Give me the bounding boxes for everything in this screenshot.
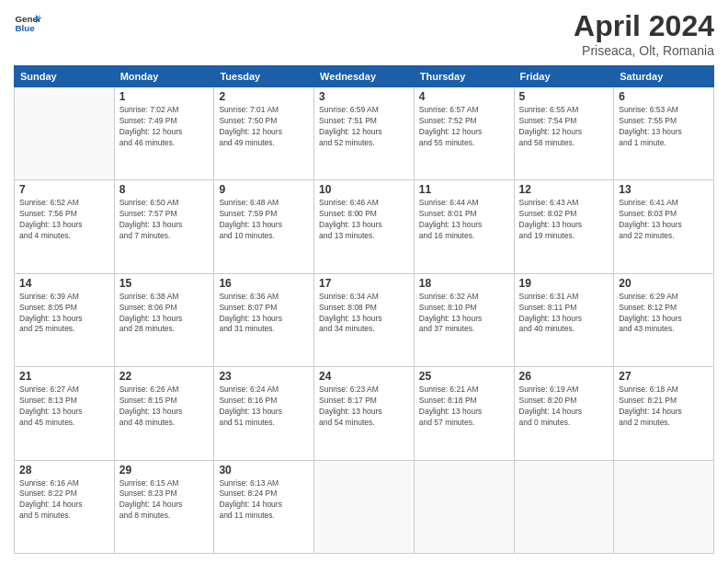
logo-icon: General Blue (14, 9, 41, 37)
day-info: Sunrise: 6:41 AM Sunset: 8:03 PM Dayligh… (619, 198, 709, 242)
logo: General Blue (14, 9, 41, 37)
table-row: 1Sunrise: 7:02 AM Sunset: 7:49 PM Daylig… (114, 87, 214, 180)
table-row: 2Sunrise: 7:01 AM Sunset: 7:50 PM Daylig… (214, 87, 314, 180)
table-row: 6Sunrise: 6:53 AM Sunset: 7:55 PM Daylig… (614, 87, 714, 180)
table-row: 26Sunrise: 6:19 AM Sunset: 8:20 PM Dayli… (514, 367, 614, 460)
day-number: 9 (219, 183, 309, 196)
table-row: 17Sunrise: 6:34 AM Sunset: 8:08 PM Dayli… (314, 273, 415, 366)
table-row: 10Sunrise: 6:46 AM Sunset: 8:00 PM Dayli… (314, 180, 415, 273)
day-info: Sunrise: 6:36 AM Sunset: 8:07 PM Dayligh… (219, 292, 309, 336)
day-info: Sunrise: 6:32 AM Sunset: 8:10 PM Dayligh… (419, 292, 509, 336)
day-info: Sunrise: 6:16 AM Sunset: 8:22 PM Dayligh… (19, 478, 109, 523)
day-number: 26 (519, 370, 609, 383)
table-row: 12Sunrise: 6:43 AM Sunset: 8:02 PM Dayli… (514, 180, 614, 273)
table-row (314, 460, 415, 553)
day-info: Sunrise: 6:18 AM Sunset: 8:21 PM Dayligh… (619, 385, 709, 429)
day-info: Sunrise: 6:57 AM Sunset: 7:52 PM Dayligh… (419, 105, 509, 149)
day-number: 3 (319, 90, 409, 103)
day-info: Sunrise: 7:02 AM Sunset: 7:49 PM Dayligh… (119, 105, 210, 149)
day-number: 12 (519, 183, 609, 196)
day-info: Sunrise: 6:39 AM Sunset: 8:05 PM Dayligh… (19, 292, 109, 336)
day-number: 30 (219, 464, 309, 477)
day-info: Sunrise: 7:01 AM Sunset: 7:50 PM Dayligh… (219, 105, 309, 149)
col-thursday: Thursday (414, 66, 514, 87)
table-row: 30Sunrise: 6:13 AM Sunset: 8:24 PM Dayli… (214, 460, 314, 553)
day-number: 11 (419, 183, 509, 196)
table-row: 7Sunrise: 6:52 AM Sunset: 7:56 PM Daylig… (15, 180, 115, 273)
table-row (15, 87, 115, 180)
calendar-week-3: 14Sunrise: 6:39 AM Sunset: 8:05 PM Dayli… (15, 273, 714, 366)
header-row: Sunday Monday Tuesday Wednesday Thursday… (15, 66, 714, 87)
table-row (614, 460, 714, 553)
month-year-title: April 2024 (574, 9, 714, 43)
day-number: 19 (519, 277, 609, 290)
day-number: 6 (619, 90, 709, 103)
calendar-week-5: 28Sunrise: 6:16 AM Sunset: 8:22 PM Dayli… (15, 460, 714, 553)
table-row: 5Sunrise: 6:55 AM Sunset: 7:54 PM Daylig… (514, 87, 614, 180)
calendar-week-1: 1Sunrise: 7:02 AM Sunset: 7:49 PM Daylig… (15, 87, 714, 180)
table-row: 13Sunrise: 6:41 AM Sunset: 8:03 PM Dayli… (614, 180, 714, 273)
calendar-week-2: 7Sunrise: 6:52 AM Sunset: 7:56 PM Daylig… (15, 180, 714, 273)
location-subtitle: Priseaca, Olt, Romania (574, 43, 714, 58)
table-row: 9Sunrise: 6:48 AM Sunset: 7:59 PM Daylig… (214, 180, 314, 273)
title-block: April 2024 Priseaca, Olt, Romania (574, 9, 714, 58)
svg-text:Blue: Blue (16, 23, 36, 33)
day-number: 5 (519, 90, 609, 103)
col-sunday: Sunday (15, 66, 115, 87)
day-info: Sunrise: 6:23 AM Sunset: 8:17 PM Dayligh… (319, 385, 409, 429)
day-number: 13 (619, 183, 709, 196)
table-row: 18Sunrise: 6:32 AM Sunset: 8:10 PM Dayli… (414, 273, 514, 366)
table-row: 21Sunrise: 6:27 AM Sunset: 8:13 PM Dayli… (15, 367, 115, 460)
table-row: 22Sunrise: 6:26 AM Sunset: 8:15 PM Dayli… (114, 367, 214, 460)
day-number: 27 (619, 370, 709, 383)
table-row: 15Sunrise: 6:38 AM Sunset: 8:06 PM Dayli… (114, 273, 214, 366)
day-info: Sunrise: 6:24 AM Sunset: 8:16 PM Dayligh… (219, 385, 309, 429)
table-row (414, 460, 514, 553)
calendar-week-4: 21Sunrise: 6:27 AM Sunset: 8:13 PM Dayli… (15, 367, 714, 460)
day-info: Sunrise: 6:19 AM Sunset: 8:20 PM Dayligh… (519, 385, 609, 429)
day-number: 20 (619, 277, 709, 290)
day-number: 7 (19, 183, 109, 196)
day-info: Sunrise: 6:38 AM Sunset: 8:06 PM Dayligh… (119, 292, 210, 336)
col-friday: Friday (514, 66, 614, 87)
day-info: Sunrise: 6:55 AM Sunset: 7:54 PM Dayligh… (519, 105, 609, 149)
table-row: 19Sunrise: 6:31 AM Sunset: 8:11 PM Dayli… (514, 273, 614, 366)
page: General Blue April 2024 Priseaca, Olt, R… (0, 0, 728, 563)
day-info: Sunrise: 6:50 AM Sunset: 7:57 PM Dayligh… (119, 198, 210, 242)
table-row: 16Sunrise: 6:36 AM Sunset: 8:07 PM Dayli… (214, 273, 314, 366)
day-info: Sunrise: 6:52 AM Sunset: 7:56 PM Dayligh… (19, 198, 109, 242)
day-info: Sunrise: 6:48 AM Sunset: 7:59 PM Dayligh… (219, 198, 309, 242)
day-number: 1 (119, 90, 210, 103)
day-info: Sunrise: 6:27 AM Sunset: 8:13 PM Dayligh… (19, 385, 109, 429)
day-info: Sunrise: 6:29 AM Sunset: 8:12 PM Dayligh… (619, 292, 709, 336)
table-row: 14Sunrise: 6:39 AM Sunset: 8:05 PM Dayli… (15, 273, 115, 366)
day-info: Sunrise: 6:44 AM Sunset: 8:01 PM Dayligh… (419, 198, 509, 242)
day-info: Sunrise: 6:59 AM Sunset: 7:51 PM Dayligh… (319, 105, 409, 149)
day-number: 28 (19, 464, 109, 477)
day-info: Sunrise: 6:26 AM Sunset: 8:15 PM Dayligh… (119, 385, 210, 429)
day-number: 17 (319, 277, 409, 290)
col-monday: Monday (114, 66, 214, 87)
day-info: Sunrise: 6:13 AM Sunset: 8:24 PM Dayligh… (219, 478, 309, 523)
day-number: 10 (319, 183, 409, 196)
day-number: 16 (219, 277, 309, 290)
calendar-table: Sunday Monday Tuesday Wednesday Thursday… (14, 65, 714, 554)
col-wednesday: Wednesday (314, 66, 415, 87)
day-info: Sunrise: 6:21 AM Sunset: 8:18 PM Dayligh… (419, 385, 509, 429)
col-saturday: Saturday (614, 66, 714, 87)
day-number: 22 (119, 370, 210, 383)
day-info: Sunrise: 6:34 AM Sunset: 8:08 PM Dayligh… (319, 292, 409, 336)
table-row (514, 460, 614, 553)
day-number: 4 (419, 90, 509, 103)
day-number: 29 (119, 464, 210, 477)
day-number: 21 (19, 370, 109, 383)
header: General Blue April 2024 Priseaca, Olt, R… (14, 9, 714, 58)
day-info: Sunrise: 6:15 AM Sunset: 8:23 PM Dayligh… (119, 478, 210, 523)
table-row: 11Sunrise: 6:44 AM Sunset: 8:01 PM Dayli… (414, 180, 514, 273)
table-row: 29Sunrise: 6:15 AM Sunset: 8:23 PM Dayli… (114, 460, 214, 553)
day-info: Sunrise: 6:43 AM Sunset: 8:02 PM Dayligh… (519, 198, 609, 242)
day-number: 2 (219, 90, 309, 103)
day-info: Sunrise: 6:31 AM Sunset: 8:11 PM Dayligh… (519, 292, 609, 336)
day-number: 8 (119, 183, 210, 196)
day-number: 14 (19, 277, 109, 290)
